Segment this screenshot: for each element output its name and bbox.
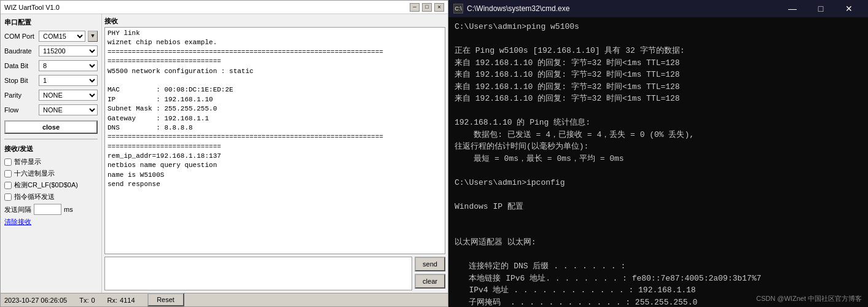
txrx-section-title: 接收/发送 bbox=[4, 144, 98, 154]
tx-value: 0 bbox=[91, 297, 95, 304]
receive-title: 接收 bbox=[104, 17, 445, 26]
cmd-maximize-btn[interactable]: □ bbox=[807, 0, 835, 17]
wiz-content: 串口配置 COM Port COM15 ▼ Baudrate 115200 Da… bbox=[1, 14, 448, 293]
wiz-titlebar-controls: — □ ✕ bbox=[410, 3, 444, 12]
interval-row: 发送间隔 1000 ms bbox=[4, 204, 98, 215]
crlf-row[interactable]: 检测CR_LF($0D$0A) bbox=[4, 181, 98, 190]
csdn-watermark: CSDN @WIZnet 中国社区官方博客 bbox=[756, 294, 862, 303]
interval-label: 发送间隔 bbox=[4, 205, 31, 214]
com-port-row: COM Port COM15 ▼ bbox=[4, 31, 98, 42]
cmd-titlebar: C:\ C:\Windows\system32\cmd.exe — □ ✕ bbox=[448, 0, 868, 17]
cmd-titlebar-controls: — □ ✕ bbox=[778, 0, 863, 17]
clear-send-button[interactable]: clear bbox=[415, 274, 445, 289]
loop-send-checkbox[interactable] bbox=[4, 193, 12, 201]
com-port-refresh-btn[interactable]: ▼ bbox=[88, 31, 98, 42]
databit-select[interactable]: 8 bbox=[39, 60, 98, 71]
wiz-close-btn[interactable]: ✕ bbox=[434, 3, 444, 12]
crlf-checkbox[interactable] bbox=[4, 182, 12, 189]
cmd-icon: C:\ bbox=[453, 4, 463, 14]
sidebar-divider bbox=[4, 139, 98, 139]
send-button[interactable]: send bbox=[415, 257, 445, 271]
com-port-label: COM Port bbox=[4, 33, 36, 40]
interval-input[interactable]: 1000 bbox=[34, 204, 61, 215]
flow-select[interactable]: NONE bbox=[39, 104, 98, 115]
tx-label: Tx: bbox=[79, 297, 88, 304]
send-textarea[interactable] bbox=[104, 257, 412, 290]
baudrate-row: Baudrate 115200 bbox=[4, 45, 98, 56]
databit-label: Data Bit bbox=[4, 62, 36, 69]
cmd-body: C:\Users\admin>ping w5100s 正在 Ping w5100… bbox=[448, 17, 868, 307]
pause-display-label: 暂停显示 bbox=[14, 157, 41, 166]
wiz-titlebar: WIZ UartTool V1.0 — □ ✕ bbox=[1, 1, 448, 14]
wiz-receive-panel: 接收 PHY link wiznet chip nebios example. … bbox=[102, 14, 448, 293]
receive-box: PHY link wiznet chip nebios example. ===… bbox=[104, 27, 445, 254]
wiz-maximize-btn[interactable]: □ bbox=[422, 3, 432, 12]
wiz-panel: WIZ UartTool V1.0 — □ ✕ 串口配置 COM Port CO… bbox=[0, 0, 448, 307]
hex-display-checkbox[interactable] bbox=[4, 170, 12, 177]
send-area: send clear bbox=[104, 257, 445, 290]
tx-status: Tx: 0 bbox=[79, 297, 95, 304]
reset-button[interactable]: Reset bbox=[147, 293, 184, 306]
wiz-title: WIZ UartTool V1.0 bbox=[4, 4, 60, 11]
cmd-minimize-btn[interactable]: — bbox=[778, 0, 807, 17]
databit-row: Data Bit 8 bbox=[4, 60, 98, 71]
parity-row: Parity NONE bbox=[4, 90, 98, 101]
send-buttons: send clear bbox=[415, 257, 445, 290]
close-port-button[interactable]: close bbox=[4, 120, 98, 134]
cmd-titlebar-left: C:\ C:\Windows\system32\cmd.exe bbox=[453, 4, 569, 14]
stopbit-row: Stop Bit 1 bbox=[4, 75, 98, 86]
clear-receive-link[interactable]: 清除接收 bbox=[4, 217, 98, 227]
baudrate-label: Baudrate bbox=[4, 47, 36, 55]
stopbit-select[interactable]: 1 bbox=[39, 75, 98, 86]
timestamp: 2023-10-27 06:26:05 bbox=[4, 297, 67, 304]
cmd-panel: C:\ C:\Windows\system32\cmd.exe — □ ✕ C:… bbox=[448, 0, 868, 307]
com-port-select[interactable]: COM15 bbox=[39, 31, 85, 42]
loop-send-label: 指令循环发送 bbox=[14, 192, 55, 201]
rx-value: 4114 bbox=[120, 297, 135, 304]
cmd-close-btn[interactable]: ✕ bbox=[835, 0, 863, 17]
wiz-statusbar: 2023-10-27 06:26:05 Tx: 0 Rx: 4114 Reset bbox=[1, 293, 448, 306]
hex-display-label: 十六进制显示 bbox=[14, 169, 55, 178]
crlf-label: 检测CR_LF($0D$0A) bbox=[14, 181, 78, 190]
cmd-title: C:\Windows\system32\cmd.exe bbox=[467, 4, 569, 13]
rx-label: Rx: bbox=[108, 297, 118, 304]
flow-label: Flow bbox=[4, 106, 36, 114]
loop-send-row[interactable]: 指令循环发送 bbox=[4, 192, 98, 201]
pause-display-row[interactable]: 暂停显示 bbox=[4, 157, 98, 166]
pause-display-checkbox[interactable] bbox=[4, 158, 12, 166]
wiz-minimize-btn[interactable]: — bbox=[410, 3, 420, 12]
parity-label: Parity bbox=[4, 91, 36, 99]
flow-row: Flow NONE bbox=[4, 104, 98, 115]
baudrate-select[interactable]: 115200 bbox=[39, 45, 98, 56]
rx-status: Rx: 4114 bbox=[108, 297, 135, 304]
wiz-sidebar: 串口配置 COM Port COM15 ▼ Baudrate 115200 Da… bbox=[1, 14, 102, 293]
stopbit-label: Stop Bit bbox=[4, 77, 36, 84]
interval-unit: ms bbox=[64, 206, 73, 213]
serial-section-title: 串口配置 bbox=[4, 18, 98, 27]
receive-wrapper: PHY link wiznet chip nebios example. ===… bbox=[104, 27, 445, 254]
hex-display-row[interactable]: 十六进制显示 bbox=[4, 169, 98, 178]
parity-select[interactable]: NONE bbox=[39, 90, 98, 101]
